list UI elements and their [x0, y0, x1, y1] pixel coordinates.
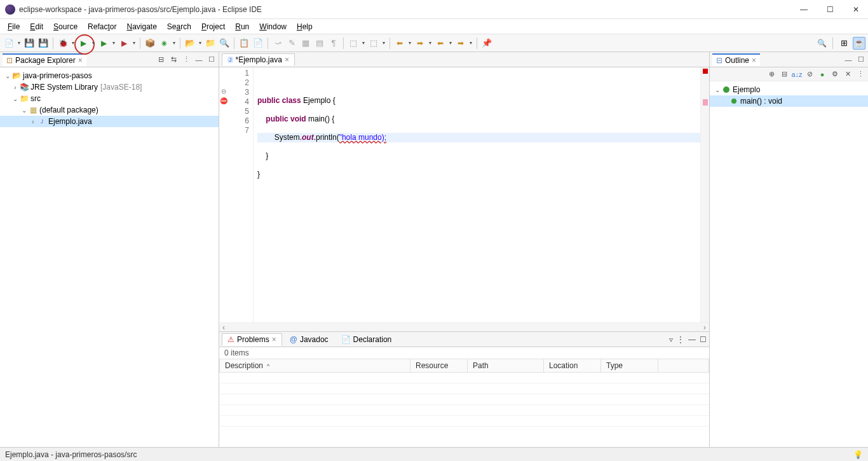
pin-button[interactable]: 📌	[480, 37, 493, 50]
problems-tab-close-icon[interactable]: ×	[272, 335, 276, 344]
debug-button[interactable]: 🐞	[57, 37, 69, 50]
link-editor-icon[interactable]: ⇆	[169, 55, 178, 64]
code-content[interactable]: public class Ejemplo { public void main(…	[254, 67, 700, 322]
forward-dropdown[interactable]: ▾	[428, 37, 433, 50]
col-description[interactable]: Description^	[220, 359, 410, 373]
editor-horizontal-scrollbar[interactable]: ‹›	[219, 322, 709, 331]
coverage-dropdown[interactable]: ▾	[111, 37, 116, 50]
forward-button[interactable]: ➡	[414, 37, 426, 50]
menu-search[interactable]: Search	[162, 21, 196, 32]
prev-annotation-dropdown[interactable]: ▾	[381, 37, 386, 50]
fold-icon[interactable]: ⊖	[219, 86, 228, 96]
sort-icon[interactable]: ⊟	[779, 69, 789, 79]
col-type[interactable]: Type	[601, 359, 658, 373]
back-button[interactable]: ⬅	[393, 37, 406, 50]
minimize-view-icon[interactable]: —	[194, 55, 203, 64]
package-explorer-tree[interactable]: ⌄📂 java-primeros-pasos ›📚 JRE System Lib…	[0, 67, 219, 447]
text-button[interactable]: ¶	[327, 37, 340, 50]
default-package-node[interactable]: ⌄▦ (default package)	[0, 104, 219, 116]
problems-table[interactable]: Description^ Resource Path Location Type	[219, 359, 709, 447]
quick-access-button[interactable]: 🔍	[815, 37, 828, 50]
new-class-dropdown[interactable]: ▾	[172, 37, 177, 50]
wand-button[interactable]: ✎	[285, 37, 298, 50]
view-menu-icon[interactable]: ⋮	[182, 55, 191, 64]
error-marker-icon[interactable]: ⛔	[219, 96, 228, 106]
minimize-button[interactable]: —	[796, 4, 811, 15]
toggle-mark-button[interactable]: 📄	[252, 37, 264, 50]
menu-window[interactable]: Window	[254, 21, 292, 32]
col-path[interactable]: Path	[468, 359, 544, 373]
hide-nonpublic-icon[interactable]: ⚙	[830, 69, 840, 79]
view-menu-bottom-icon[interactable]: ⋮	[677, 335, 684, 344]
skip-breakpoints-button[interactable]: ⤻	[271, 37, 284, 50]
hide-local-icon[interactable]: ✕	[843, 69, 853, 79]
focus-icon[interactable]: ⊕	[766, 69, 776, 79]
next-annotation-dropdown[interactable]: ▾	[361, 37, 366, 50]
comment-button[interactable]: ▦	[299, 37, 312, 50]
run-dropdown[interactable]: ▾	[91, 37, 96, 50]
overview-ruler[interactable]	[700, 67, 709, 322]
last-edit-button[interactable]: ⬅	[434, 37, 447, 50]
minimize-bottom-icon[interactable]: —	[688, 335, 696, 344]
outline-maximize-icon[interactable]: ☐	[857, 55, 865, 64]
menu-source[interactable]: Source	[48, 21, 83, 32]
outline-view-menu-icon[interactable]: ⋮	[855, 69, 865, 79]
menu-edit[interactable]: Edit	[25, 21, 48, 32]
outline-tree[interactable]: ⌄ Ejemplo main() : void	[710, 81, 868, 447]
maximize-button[interactable]: ☐	[823, 4, 837, 15]
block-button[interactable]: ▤	[313, 37, 326, 50]
outline-minimize-icon[interactable]: —	[844, 55, 853, 64]
maximize-view-icon[interactable]: ☐	[207, 55, 216, 64]
debug-dropdown[interactable]: ▾	[71, 37, 76, 50]
run-button[interactable]: ▶	[77, 37, 90, 50]
search-button[interactable]: 🔍	[218, 37, 231, 50]
menu-project[interactable]: Project	[196, 21, 230, 32]
menu-navigate[interactable]: Navigate	[121, 21, 161, 32]
prev-annotation-button[interactable]: ⬚	[367, 37, 380, 50]
new-dropdown[interactable]: ▾	[17, 37, 22, 50]
package-explorer-close-icon[interactable]: ×	[78, 56, 83, 65]
open-perspective-button[interactable]: ⊞	[837, 37, 850, 50]
project-node[interactable]: ⌄📂 java-primeros-pasos	[0, 70, 219, 81]
menu-file[interactable]: File	[3, 21, 25, 32]
src-folder-node[interactable]: ⌄📁 src	[0, 93, 219, 104]
javadoc-tab[interactable]: @ Javadoc	[285, 334, 334, 345]
outline-class-node[interactable]: ⌄ Ejemplo	[710, 84, 868, 95]
filter-icon[interactable]: ▿	[669, 335, 673, 344]
open-type-button[interactable]: 📂	[184, 37, 196, 50]
outline-close-icon[interactable]: ×	[752, 56, 756, 65]
run-last-button[interactable]: ▶	[118, 37, 130, 50]
declaration-tab[interactable]: 📄 Declaration	[336, 334, 397, 345]
java-file-node[interactable]: ›J Ejemplo.java	[0, 116, 219, 127]
menu-run[interactable]: Run	[230, 21, 254, 32]
col-location[interactable]: Location	[544, 359, 601, 373]
outline-tab[interactable]: ⊟ Outline ×	[712, 53, 760, 66]
collapse-all-icon[interactable]: ⊟	[156, 55, 165, 64]
open-type-dropdown[interactable]: ▾	[198, 37, 203, 50]
open-task-button[interactable]: 📁	[204, 37, 217, 50]
menu-help[interactable]: Help	[292, 21, 318, 32]
save-all-button[interactable]: 💾	[37, 37, 50, 50]
run-last-dropdown[interactable]: ▾	[132, 37, 137, 50]
coverage-button[interactable]: ▶	[97, 37, 110, 50]
editor-tab-close-icon[interactable]: ×	[285, 55, 289, 64]
col-resource[interactable]: Resource	[410, 359, 468, 373]
close-button[interactable]: ✕	[849, 4, 863, 15]
last-edit-dropdown[interactable]: ▾	[448, 37, 453, 50]
sort-az-icon[interactable]: a↓z	[792, 69, 802, 79]
jre-library-node[interactable]: ›📚 JRE System Library [JavaSE-18]	[0, 81, 219, 93]
back-dropdown[interactable]: ▾	[407, 37, 412, 50]
hide-static-icon[interactable]: ●	[817, 69, 827, 79]
tip-icon[interactable]: 💡	[853, 450, 863, 459]
save-button[interactable]: 💾	[23, 37, 36, 50]
maximize-bottom-icon[interactable]: ☐	[700, 335, 707, 344]
new-button[interactable]: 📄	[3, 37, 15, 50]
editor-body[interactable]: ⊖ ⛔ 1 2 3 4 5 6 7 public class Ejemplo {…	[219, 67, 709, 322]
outline-method-node[interactable]: main() : void	[710, 95, 868, 107]
java-perspective-button[interactable]: ☕	[853, 37, 865, 50]
nav-history-button[interactable]: ➡	[454, 37, 467, 50]
next-annotation-button[interactable]: ⬚	[347, 37, 360, 50]
package-explorer-tab[interactable]: ⊡ Package Explorer ×	[3, 53, 86, 66]
problems-tab[interactable]: ⚠ Problems ×	[222, 333, 282, 346]
new-class-button[interactable]: ◉	[158, 37, 170, 50]
